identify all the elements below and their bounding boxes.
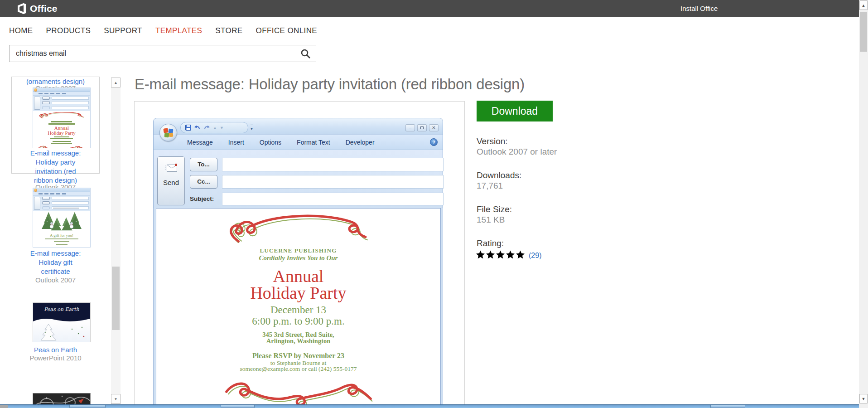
taskbar-button[interactable] — [710, 405, 745, 408]
scrollbar-thumb[interactable] — [860, 12, 867, 52]
sidebar-scroll-up-icon: ▲ — [114, 81, 118, 85]
mini-titlebar — [33, 188, 90, 192]
star-icon[interactable] — [476, 250, 485, 261]
snow-wave — [33, 316, 90, 323]
peas-night-sky: Peas on Earth — [33, 303, 90, 323]
mini-to-button — [42, 197, 50, 200]
qat-customize-icon[interactable]: –▾ — [251, 123, 253, 131]
rating-count-link[interactable]: (29) — [529, 252, 541, 260]
tab-message[interactable]: Message — [187, 139, 213, 146]
taskbar-sliver — [0, 404, 868, 408]
cc-button[interactable]: Cc... — [190, 175, 217, 189]
mini-subject-field — [52, 206, 89, 209]
mini-text-line — [51, 143, 72, 144]
sidebar-scroll-up-button[interactable]: ▲ — [111, 78, 121, 87]
item1-title-line[interactable]: E-mail message: — [11, 149, 100, 158]
taskbar-button[interactable] — [69, 405, 106, 408]
office-templates-page: Office Install Office Sign in ⋮ United S… — [0, 0, 868, 408]
nav-products[interactable]: PRODUCTS — [46, 26, 91, 35]
mini-text-line — [51, 121, 72, 122]
scroll-down-button[interactable]: ▼ — [859, 394, 868, 403]
cc-field[interactable] — [222, 175, 444, 189]
nav-home[interactable]: HOME — [9, 26, 33, 35]
thumbnail-peas-on-earth[interactable]: Peas on Earth — [33, 302, 91, 342]
mini-text-line — [45, 238, 78, 239]
sidebar-scrollbar-thumb[interactable] — [112, 267, 120, 330]
filesize-value: 151 KB — [477, 215, 505, 225]
nav-store[interactable]: STORE — [215, 26, 242, 35]
install-office-link[interactable]: Install Office — [680, 0, 718, 17]
star-icon[interactable] — [506, 250, 515, 261]
outlook-preview-window: ▲ ▼ –▾ – ✕ Message Insert Options Format… — [153, 118, 443, 408]
item2-title-line[interactable]: Holiday gift — [11, 258, 100, 267]
undo-icon[interactable] — [194, 125, 201, 131]
sidebar-scroll-down-button[interactable]: ▼ — [111, 394, 121, 404]
sidebar-item-holiday-party-link[interactable]: E-mail message: Holiday party invitation… — [11, 149, 100, 185]
to-button[interactable]: To... — [190, 158, 217, 171]
taskbar-corner — [0, 405, 8, 408]
tab-format-text[interactable]: Format Text — [297, 139, 330, 146]
sidebar-item-gift-certificate-link[interactable]: E-mail message: Holiday gift certificate — [11, 249, 100, 276]
star-icon[interactable] — [496, 250, 505, 261]
download-button[interactable]: Download — [477, 101, 553, 121]
mini-titlebar — [33, 88, 90, 92]
star-icon[interactable] — [486, 250, 495, 261]
tab-insert[interactable]: Insert — [228, 139, 244, 146]
search-input[interactable] — [15, 45, 296, 62]
office-brand-label: Office — [30, 3, 58, 14]
invitation-address2: Arlington, Washington — [156, 338, 440, 344]
page-title: E-mail message: Holiday party invitation… — [135, 76, 588, 93]
invitation-invite-line: Cordially Invites You to Our — [156, 254, 440, 262]
mini-header — [33, 96, 90, 111]
taskbar-button[interactable] — [221, 405, 255, 408]
peas-snow-field — [33, 323, 90, 342]
mini-send-button — [34, 97, 40, 110]
search-icon[interactable] — [300, 49, 311, 59]
restore-button[interactable] — [417, 124, 427, 131]
redo-icon[interactable] — [203, 125, 210, 131]
mini-text-line — [54, 136, 69, 137]
mini-text-line — [50, 138, 73, 139]
nav-templates[interactable]: TEMPLATES — [155, 26, 202, 35]
save-icon[interactable] — [185, 125, 191, 131]
office-logo-icon — [17, 3, 27, 15]
help-icon[interactable]: ? — [430, 138, 438, 146]
main-nav: HOME PRODUCTS SUPPORT TEMPLATES STORE OF… — [9, 17, 317, 44]
sidebar-scroll-down-icon: ▼ — [114, 397, 118, 401]
star-icon[interactable] — [516, 250, 525, 261]
invitation-rsvp-email: someone@example.com or call (242) 555-01… — [156, 366, 440, 372]
sidebar-item-peas-on-earth-link[interactable]: Peas on Earth — [11, 345, 100, 355]
mini-subject-label — [42, 106, 50, 109]
thumbnail-holiday-party-invitation[interactable]: Annual Holiday Party — [33, 87, 91, 148]
item1-title-line[interactable]: Holiday party — [11, 158, 100, 167]
office-orb-icon[interactable] — [159, 124, 177, 141]
sidebar-scrollbar[interactable]: ▲ ▼ — [111, 78, 121, 404]
send-button[interactable]: Send — [157, 156, 185, 205]
filesize-label: File Size: — [477, 204, 512, 214]
scroll-up-button[interactable]: ▲ — [859, 0, 868, 10]
invitation-time: 6:00 p.m. to 9:00 p.m. — [156, 316, 440, 327]
thumbnail-holiday-gift-certificate[interactable]: A gift for you! — [33, 188, 91, 248]
browser-scrollbar[interactable]: ▲ ▼ — [859, 0, 868, 408]
close-button[interactable]: ✕ — [429, 124, 439, 131]
office-brand[interactable]: Office — [17, 3, 58, 15]
quick-access-toolbar: ▲ ▼ — [180, 122, 248, 133]
mini-text-line — [56, 244, 68, 245]
to-field[interactable] — [222, 158, 444, 171]
tab-options[interactable]: Options — [260, 139, 281, 146]
send-label: Send — [158, 179, 184, 186]
subject-field[interactable] — [222, 193, 444, 205]
tab-developer[interactable]: Developer — [346, 139, 375, 146]
previous-item-icon[interactable]: ▲ — [213, 126, 217, 130]
scroll-down-icon: ▼ — [862, 397, 866, 401]
next-item-icon[interactable]: ▼ — [220, 126, 224, 130]
mini-gift-body: A gift for you! — [33, 211, 90, 245]
mini-trees-icon — [34, 211, 89, 231]
item2-title-line[interactable]: certificate — [11, 267, 100, 276]
minimize-button[interactable]: – — [405, 124, 415, 131]
mini-ribbon-bottom-icon — [38, 145, 85, 148]
nav-support[interactable]: SUPPORT — [104, 26, 142, 35]
item2-title-line[interactable]: E-mail message: — [11, 249, 100, 258]
item1-title-line[interactable]: invitation (red — [11, 167, 100, 176]
nav-office-online[interactable]: OFFICE ONLINE — [256, 26, 318, 35]
